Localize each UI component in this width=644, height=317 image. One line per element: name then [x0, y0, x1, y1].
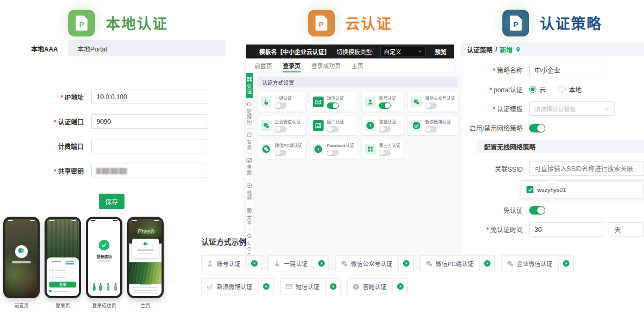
portal-radio-local[interactable]: 本地	[559, 85, 582, 94]
brand-logo-icon	[142, 240, 149, 248]
local-form-row: *共享密钥	[0, 164, 236, 178]
editor-sidebar-item[interactable]: 视频	[246, 179, 253, 204]
mail-icon	[286, 283, 292, 290]
auth-method-label: 一键认证	[275, 95, 302, 101]
auth-example-item[interactable]: ?答题认证	[347, 278, 408, 294]
play-button[interactable]	[392, 279, 407, 294]
exempt-time-unit-select[interactable]: 天	[609, 222, 644, 237]
enable-network-policy-toggle[interactable]	[529, 124, 545, 132]
person-icon	[207, 260, 214, 267]
auth-method-card: 账号认证	[362, 92, 404, 112]
subtext-bar	[97, 260, 111, 262]
field-label: *IP地址	[0, 92, 91, 101]
login-input[interactable]	[49, 268, 76, 272]
aisle-photo	[129, 262, 162, 284]
auth-example-item[interactable]: 短信认证	[280, 278, 341, 294]
auth-method-card: 图片认证	[310, 116, 357, 135]
checkbox-checked-icon[interactable]	[526, 186, 533, 193]
auth-method-toggle[interactable]	[275, 126, 287, 132]
field-input-2[interactable]	[91, 139, 208, 153]
field-input-1[interactable]	[91, 114, 208, 129]
login-input[interactable]	[49, 275, 76, 279]
play-button[interactable]	[325, 279, 340, 294]
agree-row[interactable]	[49, 290, 76, 292]
auth-example-item[interactable]: 新浪微博认证	[201, 278, 274, 294]
phone-mockups: 前置页 登录 登录页 登录成功	[3, 217, 181, 309]
brand-logo-icon	[15, 245, 28, 258]
auth-example-item[interactable]: 账号认证	[201, 255, 262, 271]
auth-method-toggle[interactable]	[275, 150, 287, 156]
exempt-time-input[interactable]	[529, 222, 604, 237]
local-auth-header: P 本地认证	[0, 0, 236, 40]
auth-example-label: 新浪微博认证	[217, 282, 252, 291]
editor-sidebar-item[interactable]: 文本	[246, 204, 253, 230]
play-button[interactable]	[479, 256, 494, 271]
auth-method-toggle[interactable]	[425, 126, 437, 132]
play-button[interactable]	[398, 256, 413, 271]
auth-method-card: 一键认证	[258, 92, 305, 112]
local-auth-panel: P 本地认证 本地AAA本地Portal *IP地址*认证端口计费端口*共享密钥…	[0, 0, 236, 209]
save-button[interactable]: 保存	[99, 194, 125, 209]
phone-caption: 主页	[141, 302, 150, 309]
auth-template-select[interactable]: 请选择认证模板	[529, 101, 615, 116]
auth-method-toggle[interactable]	[327, 102, 339, 109]
play-button[interactable]	[246, 256, 261, 271]
phone-caption: 前置页	[14, 302, 28, 309]
auth-method-toggle[interactable]	[379, 102, 391, 109]
phone-screen-front	[3, 217, 40, 298]
hand-icon	[274, 260, 281, 267]
phone-caption: 登录成功页	[92, 302, 116, 309]
login-tab[interactable]	[52, 261, 61, 262]
image-icon	[246, 157, 252, 163]
editor-sidebar-item[interactable]: 轮播图	[246, 98, 253, 129]
auth-example-label: 企业微信认证	[517, 259, 552, 268]
breadcrumb-root[interactable]: 认证策略	[467, 45, 493, 54]
auth-method-toggle[interactable]	[379, 150, 391, 156]
exempt-auth-toggle[interactable]	[529, 206, 545, 215]
auth-method-label: 账号认证	[379, 95, 400, 101]
ssid-option[interactable]: wszyhys01	[526, 186, 638, 193]
cloud-auth-header: P 云认证	[246, 0, 454, 40]
play-button[interactable]	[313, 256, 328, 271]
editor-sidebar-item[interactable]: 认证	[246, 73, 253, 98]
editor-tab-0[interactable]: 前置页	[254, 58, 272, 72]
editor-tab-1[interactable]: 登录页	[283, 58, 301, 72]
play-button[interactable]	[558, 256, 573, 271]
status-bar	[8, 220, 35, 221]
auth-method-card: 微信PC端认证	[258, 139, 305, 159]
auth-example-item[interactable]: 一键认证	[268, 255, 329, 271]
auth-method-toggle[interactable]	[327, 126, 339, 132]
editor-sidebar-item[interactable]: 单图	[246, 154, 253, 179]
auth-example-item[interactable]: 微信公众号认证	[335, 255, 414, 271]
wechat-icon	[261, 120, 272, 131]
local-tab-0[interactable]: 本地AAA	[21, 40, 68, 56]
editor-tab-2[interactable]: 登录成功页	[311, 58, 341, 72]
store-photo	[47, 219, 79, 262]
success-check-icon	[99, 240, 109, 250]
template-type-select[interactable]: 自定义	[380, 47, 426, 56]
ssid-search-input[interactable]	[529, 161, 644, 176]
auth-method-toggle[interactable]	[379, 126, 391, 132]
auth-method-toggle[interactable]	[425, 102, 437, 109]
wechat-icon	[261, 144, 272, 154]
play-button[interactable]	[258, 279, 273, 294]
portal-radio-cloud[interactable]: 云	[529, 85, 546, 94]
auth-example-item[interactable]: 微信PC端认证	[420, 255, 495, 271]
field-input-0[interactable]	[91, 90, 208, 104]
login-button[interactable]: 登录	[49, 282, 76, 287]
enable-network-policy-label: 启用/禁用网络策略	[460, 123, 529, 132]
editor-tab-3[interactable]: 主页	[352, 58, 363, 72]
auth-method-label: 企业微信认证	[275, 119, 302, 124]
auth-method-toggle[interactable]	[327, 150, 339, 156]
welcome-text-bar	[12, 261, 31, 263]
auth-method-toggle[interactable]	[275, 102, 287, 109]
auth-example-item[interactable]: 企业微信认证	[501, 255, 574, 271]
editor-sidebar-item[interactable]: 背景	[246, 129, 253, 154]
textdoc-icon	[246, 208, 252, 213]
breadcrumb-separator: /	[495, 46, 497, 53]
preview-button[interactable]: 预览	[433, 47, 449, 56]
login-tab-active[interactable]	[65, 261, 74, 264]
doc-letter: P	[319, 21, 324, 28]
policy-name-input[interactable]	[529, 63, 604, 77]
local-auth-title: 本地认证	[106, 12, 168, 33]
